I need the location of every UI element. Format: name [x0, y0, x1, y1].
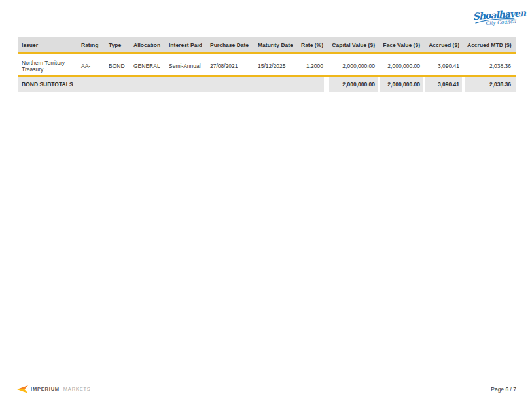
- brand-text: IMPERIUM MARKETS: [31, 385, 91, 393]
- column-header-interest-paid: Interest Paid: [166, 37, 207, 53]
- subtotal-row: BOND SUBTOTALS 2,000,000.00 2,000,000.00…: [18, 75, 516, 92]
- column-header-purchase-date: Purchase Date: [207, 37, 255, 53]
- bond-table: Issuer Rating Type Allocation Interest P…: [18, 37, 516, 79]
- subtotal-accrued-mtd: 2,038.36: [465, 77, 516, 92]
- imperium-markets-logo: IMPERIUM MARKETS: [17, 385, 91, 393]
- brand-secondary: MARKETS: [63, 386, 91, 392]
- imperium-arrow-icon: [17, 385, 28, 393]
- column-header-maturity-date: Maturity Date: [255, 37, 298, 53]
- column-header-capital-value: Capital Value ($): [328, 37, 380, 53]
- column-header-accrued: Accrued ($): [425, 37, 464, 53]
- column-header-type: Type: [105, 37, 130, 53]
- column-header-rate: Rate (%): [298, 37, 328, 53]
- brand-primary: IMPERIUM: [31, 386, 60, 392]
- column-header-issuer: Issuer: [18, 37, 78, 53]
- column-header-face-value: Face Value ($): [380, 37, 425, 53]
- subtotal-label: BOND SUBTOTALS: [18, 77, 324, 92]
- column-header-allocation: Allocation: [130, 37, 166, 53]
- subtotal-gap: [324, 77, 329, 92]
- subtotal-capital-value: 2,000,000.00: [329, 77, 378, 92]
- column-header-rating: Rating: [78, 37, 105, 53]
- subtotal-accrued: 3,090.41: [425, 77, 462, 92]
- report-page: Shoalhaven City Council Issuer Rating Ty…: [0, 0, 532, 411]
- column-header-accrued-mtd: Accrued MTD ($): [464, 37, 516, 53]
- council-logo: Shoalhaven City Council: [472, 9, 516, 27]
- page-number: Page 6 / 7: [491, 386, 516, 393]
- table-header-row: Issuer Rating Type Allocation Interest P…: [18, 37, 516, 53]
- subtotal-face-value: 2,000,000.00: [380, 77, 423, 92]
